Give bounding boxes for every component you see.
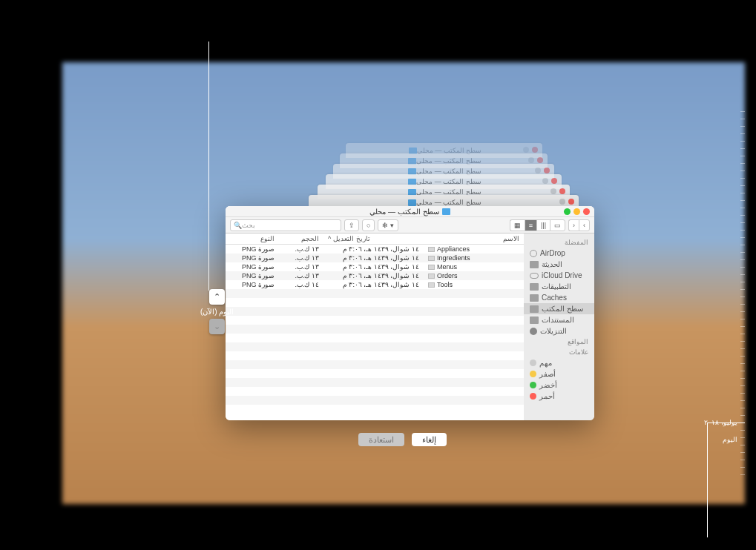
- close-button[interactable]: [583, 208, 590, 215]
- table-row-empty: [226, 360, 524, 369]
- column-date[interactable]: تاريخ التعديل^: [323, 235, 424, 242]
- nav-previous-button[interactable]: ⌃: [209, 289, 225, 305]
- timeline-tick: [740, 460, 745, 460]
- nav-next-button[interactable]: ⌄: [209, 319, 225, 334]
- cancel-button[interactable]: إلغاء: [412, 433, 447, 446]
- action-buttons: استعادة إلغاء: [358, 433, 447, 446]
- tag-dot: [530, 382, 536, 388]
- folder-icon: [530, 283, 539, 291]
- forward-button[interactable]: ‹: [579, 219, 590, 231]
- timeline-tick: [740, 267, 745, 268]
- sidebar-item-airdrop[interactable]: AirDrop: [524, 248, 594, 259]
- timeline-tick: [740, 230, 745, 231]
- folder-icon: [530, 294, 539, 302]
- sidebar-tag-red[interactable]: أحمر: [524, 391, 594, 402]
- tag-dot: [530, 360, 536, 366]
- finder-toolbar: 🔍 بحث ⇪ ○ ✻ ▾ ▦ ≡ ||| ▭ › ‹: [226, 217, 594, 233]
- timeline-tick: [740, 400, 745, 401]
- timeline-tick: [740, 156, 745, 156]
- table-row-empty: [226, 325, 524, 334]
- timeline-tick: [740, 252, 745, 253]
- timeline-tick: [740, 326, 745, 327]
- window-controls: [564, 208, 590, 215]
- timeline-tick: [740, 185, 745, 186]
- timeline-tick: [740, 215, 745, 216]
- timeline-tick: [740, 193, 745, 193]
- timeline-tick: [740, 408, 745, 408]
- table-row[interactable]: Tools١٤ شوال، ١٤٣٩ هـ، ٣:٠٦ م١٤ ك.ب.صورة…: [226, 280, 524, 289]
- column-headers: الاسم تاريخ التعديل^ الحجم النوع: [226, 233, 524, 245]
- file-list: الاسم تاريخ التعديل^ الحجم النوع Applian…: [226, 206, 524, 420]
- view-toggle: ▦ ≡ ||| ▭: [510, 219, 565, 231]
- view-icon-button[interactable]: ▦: [510, 219, 525, 231]
- file-icon: [428, 247, 435, 252]
- back-button[interactable]: ›: [568, 219, 579, 231]
- share-button[interactable]: ⇪: [344, 219, 359, 231]
- timeline-label-today: اليوم: [723, 436, 737, 443]
- timeline-tick: [740, 222, 745, 223]
- timeline-tick: [740, 282, 745, 282]
- timeline-tick: [740, 170, 745, 171]
- table-row[interactable]: Menus١٤ شوال، ١٤٣٩ هـ، ٣:٠٦ م١٣ ك.ب.صورة…: [226, 262, 524, 271]
- action-button[interactable]: ✻ ▾: [378, 219, 398, 231]
- tags-button[interactable]: ○: [362, 219, 375, 231]
- table-row-empty: [226, 316, 524, 325]
- timeline-tick: [740, 178, 745, 179]
- airdrop-icon: [530, 250, 537, 257]
- sidebar-item-downloads[interactable]: التنزيلات: [524, 325, 594, 337]
- timeline-tick: [740, 356, 745, 357]
- timeline-tick: [740, 163, 745, 164]
- timeline-tick: [740, 452, 745, 453]
- timeline-tick: [740, 141, 745, 142]
- timeline-tick: [740, 289, 745, 290]
- sidebar-item-apps[interactable]: التطبيقات: [524, 281, 594, 292]
- sidebar-item-caches[interactable]: Caches: [524, 292, 594, 303]
- table-row-empty: [226, 307, 524, 316]
- column-name[interactable]: الاسم: [424, 235, 524, 242]
- table-row-empty: [226, 342, 524, 351]
- search-input[interactable]: 🔍 بحث: [230, 219, 341, 231]
- sidebar-item-documents[interactable]: المستندات: [524, 314, 594, 325]
- file-icon: [428, 274, 435, 279]
- timeline-tick: [740, 126, 745, 127]
- table-row[interactable]: Appliances١٤ شوال، ١٤٣٩ هـ، ٣:٠٦ م١٣ ك.ب…: [226, 245, 524, 254]
- timeline-tick: [740, 385, 745, 386]
- view-list-button[interactable]: ≡: [525, 219, 536, 231]
- timeline-tick: [740, 341, 745, 342]
- sidebar-tag-green[interactable]: أخضر: [524, 380, 594, 391]
- timeline-tick: [740, 371, 745, 371]
- column-type[interactable]: النوع: [234, 235, 279, 242]
- nav-current-label: اليوم (الآن): [200, 308, 234, 316]
- folder-icon: [530, 317, 539, 324]
- sidebar-item-desktop[interactable]: سطح المكتب: [524, 303, 594, 314]
- sidebar-item-recents[interactable]: الحديثة: [524, 259, 594, 270]
- folder-icon: [442, 208, 450, 215]
- timeline-tick: [740, 296, 745, 297]
- minimize-button[interactable]: [573, 208, 580, 215]
- sidebar-tag-important[interactable]: مهم: [524, 357, 594, 368]
- file-icon: [428, 256, 435, 261]
- sidebar-tag-yellow[interactable]: أصفر: [524, 368, 594, 380]
- timeline-tick: [740, 437, 745, 438]
- timeline[interactable]: يوليو، ٢٠١٨ اليوم: [689, 111, 745, 498]
- nav-history: › ‹: [568, 219, 590, 231]
- view-gallery-button[interactable]: ▭: [550, 219, 565, 231]
- restore-button[interactable]: استعادة: [358, 433, 404, 446]
- table-row[interactable]: Ingredients١٤ شوال، ١٤٣٩ هـ، ٣:٠٦ م١٣ ك.…: [226, 254, 524, 262]
- finder-window: سطح المكتب — محلي 🔍 بحث ⇪ ○ ✻ ▾ ▦ ≡ ||| …: [226, 206, 594, 420]
- timeline-tick: [740, 237, 745, 238]
- maximize-button[interactable]: [564, 208, 571, 215]
- sort-indicator-icon: ^: [328, 235, 331, 242]
- sidebar-item-icloud[interactable]: iCloud Drive: [524, 270, 594, 281]
- callout-line-nav: [208, 42, 209, 291]
- timeline-tick: [740, 319, 745, 319]
- table-row[interactable]: Orders١٤ شوال، ١٤٣٩ هـ، ٣:٠٦ م١٣ ك.ب.صور…: [226, 271, 524, 280]
- view-column-button[interactable]: |||: [536, 219, 550, 231]
- timeline-tick: [740, 208, 745, 208]
- column-size[interactable]: الحجم: [279, 235, 323, 242]
- timeline-tick: [740, 334, 745, 334]
- tag-dot: [530, 371, 536, 377]
- sidebar-tags-header: علامات: [524, 347, 594, 357]
- sidebar-locations-header: المواقع: [524, 337, 594, 347]
- timeline-tick: [740, 111, 745, 112]
